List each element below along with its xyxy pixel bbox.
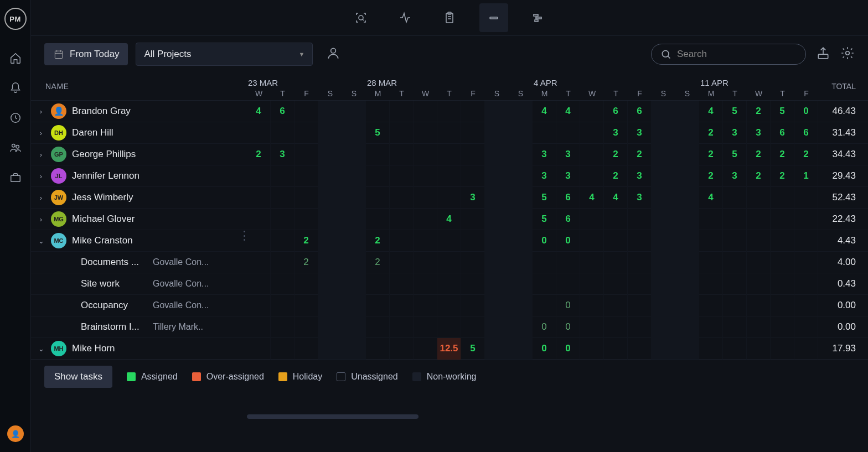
workload-cell[interactable]: 3 <box>723 122 747 144</box>
workload-cell[interactable] <box>652 209 675 230</box>
workload-cell[interactable]: 3 <box>747 122 771 144</box>
workload-cell[interactable] <box>509 295 533 316</box>
workload-cell[interactable] <box>437 144 461 165</box>
view-tab-activity[interactable] <box>391 3 420 32</box>
workload-cell[interactable] <box>294 295 318 316</box>
workload-cell[interactable] <box>390 316 414 338</box>
workload-cell[interactable] <box>675 295 699 316</box>
workload-cell[interactable] <box>390 252 414 273</box>
workload-cell[interactable] <box>247 165 271 187</box>
workload-cell[interactable] <box>580 273 604 295</box>
workload-cell[interactable] <box>342 230 366 252</box>
workload-cell[interactable] <box>794 252 818 273</box>
workload-cell[interactable] <box>580 252 604 273</box>
person-name[interactable]: Jess Wimberly <box>72 192 133 203</box>
export-icon[interactable] <box>816 46 830 62</box>
workload-cell[interactable] <box>390 230 414 252</box>
workload-cell[interactable] <box>794 295 818 316</box>
view-tab-workload[interactable] <box>479 3 508 32</box>
workload-cell[interactable] <box>461 101 485 122</box>
workload-cell[interactable] <box>247 187 271 209</box>
workload-cell[interactable] <box>366 338 390 360</box>
workload-cell[interactable] <box>342 209 366 230</box>
workload-cell[interactable] <box>342 295 366 316</box>
person-name[interactable]: Brandon Gray <box>72 106 131 117</box>
workload-cell[interactable] <box>485 122 509 144</box>
workload-cell[interactable]: 6 <box>628 101 652 122</box>
home-icon[interactable] <box>8 51 23 65</box>
workload-cell[interactable] <box>723 187 747 209</box>
workload-cell[interactable] <box>628 230 652 252</box>
from-today-button[interactable]: From Today <box>44 43 128 65</box>
workload-cell[interactable] <box>556 273 580 295</box>
expand-chevron-icon[interactable]: ⌄ <box>37 237 45 245</box>
workload-cell[interactable] <box>533 252 556 273</box>
workload-cell[interactable] <box>652 187 675 209</box>
person-name[interactable]: Mike Horn <box>72 343 115 354</box>
workload-cell[interactable] <box>675 316 699 338</box>
workload-cell[interactable] <box>247 316 271 338</box>
task-name[interactable]: Documents ... <box>81 257 147 268</box>
workload-cell[interactable] <box>533 295 556 316</box>
workload-cell[interactable] <box>390 101 414 122</box>
workload-cell[interactable] <box>509 209 533 230</box>
workload-cell[interactable] <box>675 252 699 273</box>
workload-cell[interactable] <box>604 230 628 252</box>
workload-cell[interactable] <box>652 295 675 316</box>
task-name[interactable]: Brainstorm I... <box>81 321 147 332</box>
workload-cell[interactable] <box>366 187 390 209</box>
workload-cell[interactable] <box>747 273 771 295</box>
workload-cell[interactable]: 0 <box>533 338 556 360</box>
workload-cell[interactable] <box>652 230 675 252</box>
workload-cell[interactable] <box>580 230 604 252</box>
workload-cell[interactable]: 1 <box>794 165 818 187</box>
workload-cell[interactable]: 4 <box>556 101 580 122</box>
workload-cell[interactable] <box>580 316 604 338</box>
workload-cell[interactable] <box>794 187 818 209</box>
person-name[interactable]: Mike Cranston <box>72 235 133 246</box>
workload-cell[interactable]: 5 <box>461 338 485 360</box>
workload-cell[interactable] <box>342 187 366 209</box>
workload-cell[interactable] <box>652 144 675 165</box>
workload-cell[interactable]: 2 <box>366 230 390 252</box>
workload-cell[interactable] <box>771 252 794 273</box>
workload-cell[interactable] <box>652 316 675 338</box>
workload-cell[interactable] <box>699 209 723 230</box>
workload-cell[interactable] <box>247 209 271 230</box>
workload-cell[interactable] <box>509 187 533 209</box>
workload-cell[interactable] <box>747 209 771 230</box>
workload-cell[interactable] <box>342 122 366 144</box>
workload-cell[interactable] <box>771 295 794 316</box>
settings-gear-icon[interactable] <box>840 46 855 62</box>
workload-cell[interactable] <box>414 165 437 187</box>
workload-cell[interactable]: 3 <box>533 144 556 165</box>
workload-cell[interactable] <box>509 316 533 338</box>
workload-cell[interactable] <box>580 101 604 122</box>
workload-cell[interactable] <box>318 338 342 360</box>
view-tab-scan[interactable] <box>347 3 375 32</box>
workload-cell[interactable] <box>318 144 342 165</box>
workload-cell[interactable]: 3 <box>723 165 747 187</box>
workload-cell[interactable] <box>390 187 414 209</box>
workload-cell[interactable]: 6 <box>604 101 628 122</box>
workload-cell[interactable] <box>675 144 699 165</box>
workload-cell[interactable]: 3 <box>533 165 556 187</box>
workload-cell[interactable] <box>604 338 628 360</box>
workload-cell[interactable] <box>437 122 461 144</box>
workload-cell[interactable] <box>247 122 271 144</box>
workload-cell[interactable]: 2 <box>747 101 771 122</box>
workload-cell[interactable] <box>628 273 652 295</box>
workload-cell[interactable] <box>271 295 294 316</box>
workload-cell[interactable] <box>675 187 699 209</box>
workload-cell[interactable] <box>247 230 271 252</box>
workload-cell[interactable] <box>390 273 414 295</box>
workload-cell[interactable] <box>652 273 675 295</box>
workload-cell[interactable] <box>461 209 485 230</box>
search-input[interactable]: Search <box>651 44 806 65</box>
workload-cell[interactable] <box>414 101 437 122</box>
workload-cell[interactable]: 6 <box>556 209 580 230</box>
workload-cell[interactable] <box>604 316 628 338</box>
team-icon[interactable] <box>8 141 23 155</box>
workload-cell[interactable] <box>342 144 366 165</box>
workload-cell[interactable] <box>485 101 509 122</box>
